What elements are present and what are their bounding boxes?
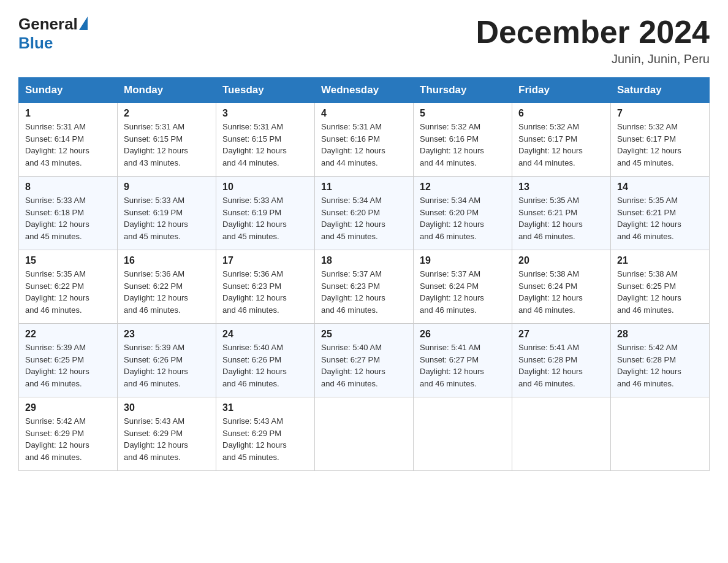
day-info: Sunrise: 5:41 AM Sunset: 6:28 PM Dayligh… — [518, 342, 604, 389]
day-info: Sunrise: 5:34 AM Sunset: 6:20 PM Dayligh… — [420, 194, 506, 242]
calendar-cell: 26 Sunrise: 5:41 AM Sunset: 6:27 PM Dayl… — [414, 324, 512, 397]
day-number: 5 — [420, 108, 506, 119]
day-info: Sunrise: 5:36 AM Sunset: 6:22 PM Dayligh… — [124, 268, 210, 316]
calendar-cell: 17 Sunrise: 5:36 AM Sunset: 6:23 PM Dayl… — [216, 250, 315, 324]
calendar-week-row: 8 Sunrise: 5:33 AM Sunset: 6:18 PM Dayli… — [19, 177, 710, 250]
calendar-cell: 18 Sunrise: 5:37 AM Sunset: 6:23 PM Dayl… — [315, 250, 414, 324]
day-number: 9 — [124, 182, 210, 193]
calendar-cell — [414, 397, 512, 471]
day-info: Sunrise: 5:35 AM Sunset: 6:21 PM Dayligh… — [518, 194, 604, 242]
day-info: Sunrise: 5:39 AM Sunset: 6:26 PM Dayligh… — [124, 342, 210, 389]
calendar-cell: 9 Sunrise: 5:33 AM Sunset: 6:19 PM Dayli… — [118, 177, 216, 250]
day-header-wednesday: Wednesday — [315, 78, 414, 103]
day-info: Sunrise: 5:33 AM Sunset: 6:19 PM Dayligh… — [222, 194, 308, 242]
calendar-cell: 21 Sunrise: 5:38 AM Sunset: 6:25 PM Dayl… — [611, 250, 710, 324]
day-header-thursday: Thursday — [414, 78, 512, 103]
day-number: 25 — [321, 329, 407, 340]
day-info: Sunrise: 5:34 AM Sunset: 6:20 PM Dayligh… — [321, 194, 407, 242]
calendar-cell: 1 Sunrise: 5:31 AM Sunset: 6:14 PM Dayli… — [19, 103, 118, 177]
day-number: 21 — [617, 255, 703, 266]
calendar-cell: 16 Sunrise: 5:36 AM Sunset: 6:22 PM Dayl… — [118, 250, 216, 324]
calendar-cell: 2 Sunrise: 5:31 AM Sunset: 6:15 PM Dayli… — [118, 103, 216, 177]
calendar-cell: 22 Sunrise: 5:39 AM Sunset: 6:25 PM Dayl… — [19, 324, 118, 397]
day-info: Sunrise: 5:32 AM Sunset: 6:16 PM Dayligh… — [420, 121, 506, 169]
day-header-monday: Monday — [118, 78, 216, 103]
day-info: Sunrise: 5:31 AM Sunset: 6:16 PM Dayligh… — [321, 121, 407, 169]
day-info: Sunrise: 5:38 AM Sunset: 6:25 PM Dayligh… — [617, 268, 703, 316]
calendar-cell: 23 Sunrise: 5:39 AM Sunset: 6:26 PM Dayl… — [118, 324, 216, 397]
day-info: Sunrise: 5:42 AM Sunset: 6:28 PM Dayligh… — [617, 342, 703, 389]
day-info: Sunrise: 5:37 AM Sunset: 6:23 PM Dayligh… — [321, 268, 407, 316]
day-header-friday: Friday — [512, 78, 611, 103]
day-header-sunday: Sunday — [19, 78, 118, 103]
day-number: 2 — [124, 108, 210, 119]
calendar-cell: 6 Sunrise: 5:32 AM Sunset: 6:17 PM Dayli… — [512, 103, 611, 177]
day-number: 18 — [321, 255, 407, 266]
day-number: 30 — [124, 402, 210, 413]
calendar-week-row: 1 Sunrise: 5:31 AM Sunset: 6:14 PM Dayli… — [19, 103, 710, 177]
day-number: 7 — [617, 108, 703, 119]
day-number: 23 — [124, 329, 210, 340]
logo: General Blue — [18, 15, 88, 53]
day-number: 1 — [25, 108, 111, 119]
day-number: 26 — [420, 329, 506, 340]
calendar-cell: 3 Sunrise: 5:31 AM Sunset: 6:15 PM Dayli… — [216, 103, 315, 177]
calendar-cell: 28 Sunrise: 5:42 AM Sunset: 6:28 PM Dayl… — [611, 324, 710, 397]
calendar-cell: 5 Sunrise: 5:32 AM Sunset: 6:16 PM Dayli… — [414, 103, 512, 177]
day-number: 17 — [222, 255, 308, 266]
calendar-cell — [611, 397, 710, 471]
day-header-saturday: Saturday — [611, 78, 710, 103]
calendar-cell: 4 Sunrise: 5:31 AM Sunset: 6:16 PM Dayli… — [315, 103, 414, 177]
day-info: Sunrise: 5:31 AM Sunset: 6:14 PM Dayligh… — [25, 121, 111, 169]
logo-triangle-icon — [79, 17, 88, 30]
calendar-cell — [512, 397, 611, 471]
day-number: 13 — [518, 182, 604, 193]
calendar-cell: 12 Sunrise: 5:34 AM Sunset: 6:20 PM Dayl… — [414, 177, 512, 250]
calendar-subtitle: Junin, Junin, Peru — [476, 52, 710, 66]
day-number: 4 — [321, 108, 407, 119]
day-number: 11 — [321, 182, 407, 193]
day-number: 28 — [617, 329, 703, 340]
calendar-cell: 29 Sunrise: 5:42 AM Sunset: 6:29 PM Dayl… — [19, 397, 118, 471]
calendar-header-row: SundayMondayTuesdayWednesdayThursdayFrid… — [19, 78, 710, 103]
calendar-cell: 25 Sunrise: 5:40 AM Sunset: 6:27 PM Dayl… — [315, 324, 414, 397]
day-number: 16 — [124, 255, 210, 266]
calendar-week-row: 29 Sunrise: 5:42 AM Sunset: 6:29 PM Dayl… — [19, 397, 710, 471]
day-number: 15 — [25, 255, 111, 266]
day-info: Sunrise: 5:35 AM Sunset: 6:22 PM Dayligh… — [25, 268, 111, 316]
calendar-cell: 11 Sunrise: 5:34 AM Sunset: 6:20 PM Dayl… — [315, 177, 414, 250]
logo-general-text: General — [18, 15, 78, 34]
day-info: Sunrise: 5:37 AM Sunset: 6:24 PM Dayligh… — [420, 268, 506, 316]
day-info: Sunrise: 5:31 AM Sunset: 6:15 PM Dayligh… — [124, 121, 210, 169]
day-info: Sunrise: 5:32 AM Sunset: 6:17 PM Dayligh… — [518, 121, 604, 169]
day-info: Sunrise: 5:36 AM Sunset: 6:23 PM Dayligh… — [222, 268, 308, 316]
day-info: Sunrise: 5:43 AM Sunset: 6:29 PM Dayligh… — [222, 415, 308, 463]
calendar-table: SundayMondayTuesdayWednesdayThursdayFrid… — [18, 77, 710, 471]
day-info: Sunrise: 5:40 AM Sunset: 6:26 PM Dayligh… — [222, 342, 308, 389]
day-info: Sunrise: 5:40 AM Sunset: 6:27 PM Dayligh… — [321, 342, 407, 389]
title-section: December 2024 Junin, Junin, Peru — [476, 15, 710, 66]
calendar-week-row: 15 Sunrise: 5:35 AM Sunset: 6:22 PM Dayl… — [19, 250, 710, 324]
day-number: 29 — [25, 402, 111, 413]
day-number: 8 — [25, 182, 111, 193]
day-number: 12 — [420, 182, 506, 193]
day-number: 24 — [222, 329, 308, 340]
day-info: Sunrise: 5:38 AM Sunset: 6:24 PM Dayligh… — [518, 268, 604, 316]
calendar-cell: 10 Sunrise: 5:33 AM Sunset: 6:19 PM Dayl… — [216, 177, 315, 250]
logo-blue-text: Blue — [18, 34, 53, 53]
day-number: 6 — [518, 108, 604, 119]
page-header: General Blue December 2024 Junin, Junin,… — [18, 15, 710, 66]
calendar-cell: 24 Sunrise: 5:40 AM Sunset: 6:26 PM Dayl… — [216, 324, 315, 397]
calendar-cell: 7 Sunrise: 5:32 AM Sunset: 6:17 PM Dayli… — [611, 103, 710, 177]
day-info: Sunrise: 5:39 AM Sunset: 6:25 PM Dayligh… — [25, 342, 111, 389]
day-number: 31 — [222, 402, 308, 413]
day-number: 10 — [222, 182, 308, 193]
calendar-cell: 27 Sunrise: 5:41 AM Sunset: 6:28 PM Dayl… — [512, 324, 611, 397]
day-info: Sunrise: 5:35 AM Sunset: 6:21 PM Dayligh… — [617, 194, 703, 242]
calendar-cell: 13 Sunrise: 5:35 AM Sunset: 6:21 PM Dayl… — [512, 177, 611, 250]
calendar-cell: 30 Sunrise: 5:43 AM Sunset: 6:29 PM Dayl… — [118, 397, 216, 471]
calendar-cell: 15 Sunrise: 5:35 AM Sunset: 6:22 PM Dayl… — [19, 250, 118, 324]
day-info: Sunrise: 5:31 AM Sunset: 6:15 PM Dayligh… — [222, 121, 308, 169]
day-number: 3 — [222, 108, 308, 119]
day-number: 27 — [518, 329, 604, 340]
